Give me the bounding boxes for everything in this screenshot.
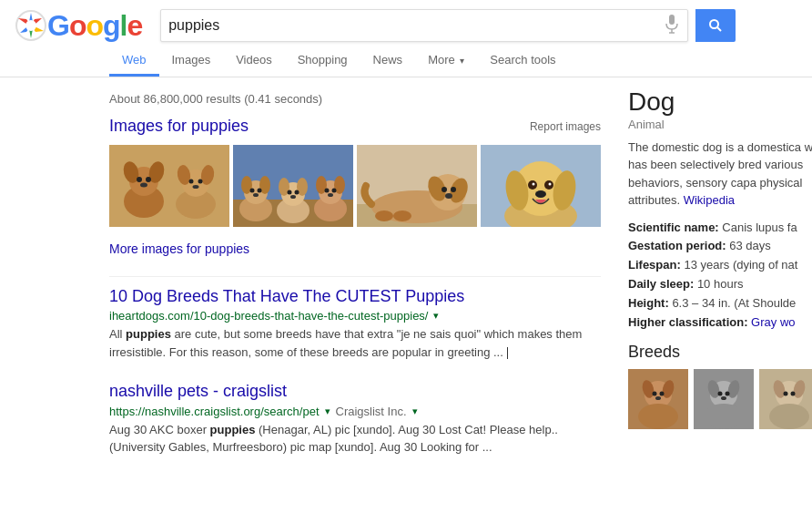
svg-point-79 [726,392,730,396]
svg-point-5 [710,20,718,28]
result-source-dropdown-2[interactable]: ▾ [412,405,418,417]
svg-point-63 [533,183,535,186]
svg-point-37 [290,195,296,199]
tab-news[interactable]: News [360,46,416,77]
microphone-icon[interactable] [664,14,680,38]
google-logo[interactable]: Google [15,9,142,42]
logo-letter-g2: g [103,9,120,42]
tab-images[interactable]: Images [159,46,224,77]
kp-fact-height: Height: 6.3 – 34 in. (At Shoulde [628,294,812,313]
svg-point-71 [660,392,665,396]
search-button[interactable] [695,9,736,42]
breed-thumb-3[interactable] [759,369,812,429]
svg-point-65 [535,190,546,198]
tab-search-tools[interactable]: Search tools [477,46,568,77]
svg-point-1 [25,20,36,31]
images-grid[interactable] [109,145,601,227]
result-source-2: Craigslist Inc. [336,405,407,418]
kp-breeds-grid [628,369,812,429]
svg-point-28 [250,189,255,193]
result-title-1[interactable]: 10 Dog Breeds That Have The CUTEST Puppi… [109,286,601,307]
svg-point-36 [295,190,299,195]
tab-more[interactable]: More ▾ [415,46,477,77]
kp-classification-link[interactable]: Gray wo [751,315,795,329]
kp-wikipedia-link[interactable]: Wikipedia [684,193,735,207]
kp-subtitle: Animal [628,118,812,131]
svg-point-52 [451,187,456,192]
puppy-image-2[interactable] [233,145,353,227]
google-wheel-icon [15,9,47,42]
kp-title: Dog [628,87,812,118]
search-input[interactable]: puppies [168,17,656,34]
images-header: Images for puppies Report images [109,117,601,136]
svg-point-54 [393,210,411,221]
svg-point-87 [791,392,796,396]
svg-point-78 [718,392,723,396]
kp-fact-scientific: Scientific name: Canis lupus fa [628,219,812,238]
logo-letter-o2: o [86,9,103,42]
breed-thumb-1[interactable] [628,369,688,429]
svg-point-20 [198,180,203,184]
result-url-row-1: iheartdogs.com/10-dog-breeds-that-have-t… [109,309,601,323]
logo-letter-g: G [47,9,69,42]
svg-point-13 [146,177,151,182]
logo-letter-o1: o [69,9,86,42]
svg-point-72 [655,396,661,400]
svg-point-42 [325,189,330,193]
tab-videos[interactable]: Videos [223,46,285,77]
svg-point-43 [332,189,337,193]
kp-breeds-title: Breeds [628,343,812,362]
kp-fact-sleep: Daily sleep: 10 hours [628,275,812,294]
text-cursor [507,347,508,359]
svg-point-51 [442,187,447,192]
breed-thumb-2[interactable] [694,369,754,429]
tab-shopping[interactable]: Shopping [285,46,360,77]
svg-point-53 [445,193,452,199]
result-snippet-2: Aug 30 AKC boxer puppies (Henagar, AL) p… [109,421,601,457]
result-snippet-1: All puppies are cute, but some breeds ha… [109,325,601,361]
result-url-1: iheartdogs.com/10-dog-breeds-that-have-t… [109,309,428,323]
svg-point-64 [549,183,552,186]
svg-point-12 [137,177,142,182]
result-dropdown-2[interactable]: ▾ [325,405,330,417]
images-section: Images for puppies Report images [109,117,601,262]
svg-rect-2 [669,15,675,25]
logo-letter-e: e [127,9,142,42]
svg-point-21 [193,185,199,189]
svg-point-70 [653,392,657,396]
svg-point-35 [288,190,292,195]
results-column: About 86,800,000 results (0.41 seconds) … [109,77,601,477]
kp-fact-gestation: Gestation period: 63 days [628,237,812,256]
divider-1 [109,276,601,277]
result-dropdown-1[interactable]: ▾ [433,310,439,322]
svg-point-29 [258,189,262,193]
svg-point-14 [140,183,147,188]
puppy-image-4[interactable] [481,145,601,227]
result-item-1: 10 Dog Breeds That Have The CUTEST Puppi… [109,286,601,361]
kp-fact-classification: Higher classification: Gray wo [628,313,812,333]
svg-point-30 [253,193,259,197]
knowledge-panel: Dog Animal The domestic dog is a domesti… [628,77,812,477]
puppy-image-1[interactable] [109,145,229,227]
tab-web[interactable]: Web [109,46,159,77]
result-url-2: https://nashville.craigslist.org/search/… [109,405,320,418]
main-content: About 86,800,000 results (0.41 seconds) … [0,77,812,477]
svg-point-19 [189,180,194,184]
images-for-puppies-link[interactable]: Images for puppies [109,117,249,136]
report-images-link[interactable]: Report images [530,120,601,133]
kp-description: The domestic dog is a domestica which ha… [628,139,812,210]
svg-point-81 [704,404,744,429]
result-title-2[interactable]: nashville pets - craigslist [109,381,601,402]
results-count: About 86,800,000 results (0.41 seconds) [109,87,601,117]
svg-rect-7 [109,145,229,227]
svg-point-44 [328,193,333,197]
result-url-row-2: https://nashville.craigslist.org/search/… [109,405,601,418]
svg-point-80 [721,396,726,400]
kp-fact-lifespan: Lifespan: 13 years (dying of nat [628,256,812,275]
svg-point-88 [769,404,809,429]
svg-point-55 [375,210,393,221]
more-images-link[interactable]: More images for puppies [109,236,601,262]
svg-line-6 [717,27,721,31]
svg-point-73 [638,404,678,429]
puppy-image-3[interactable] [357,145,477,227]
